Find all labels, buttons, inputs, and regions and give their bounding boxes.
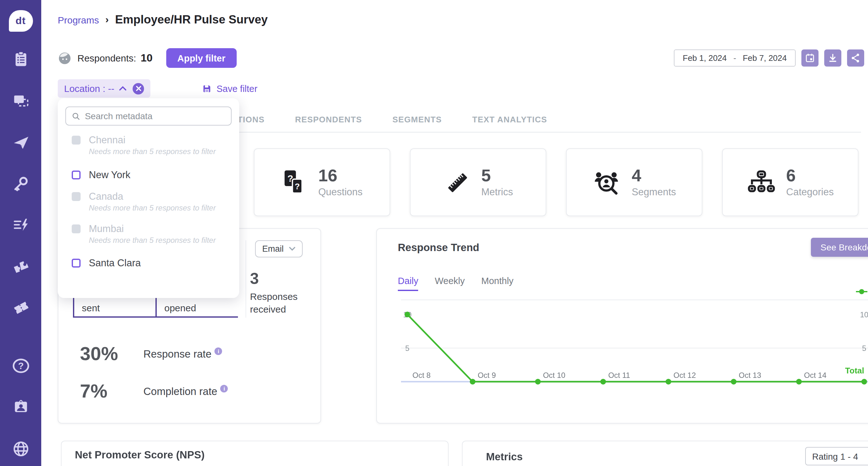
response-trend-card: Response Trend See Breakdown Daily Weekl… xyxy=(376,228,868,424)
segments-count: 4 xyxy=(632,167,676,185)
questions-label: Questions xyxy=(318,186,363,198)
completion-rate-row: 7% Completion rate i xyxy=(80,380,228,402)
breadcrumb-programs-link[interactable]: Programs xyxy=(58,14,99,25)
date-range-field[interactable]: Feb 1, 2024 - Feb 7, 2024 xyxy=(674,49,796,67)
main-content: Programs › Employee/HR Pulse Survey Resp… xyxy=(41,0,868,466)
trend-legend: Total xyxy=(856,287,868,296)
svg-text:Oct 9: Oct 9 xyxy=(478,371,496,379)
download-button[interactable] xyxy=(824,49,841,67)
chevron-up-icon[interactable] xyxy=(119,86,127,91)
option-note: Needs more than 5 responses to filter xyxy=(89,203,216,212)
responses-received-label: Responses received xyxy=(250,290,307,316)
metrics-card: 5 Metrics xyxy=(410,148,546,216)
response-rate-value: 30% xyxy=(80,343,144,365)
svg-text:?: ? xyxy=(18,361,24,371)
ruler-icon xyxy=(443,168,471,196)
questions-count: 16 xyxy=(318,167,363,185)
option-chennai[interactable]: Chennai Needs more than 5 responses to f… xyxy=(65,134,231,156)
location-filter-chip[interactable]: Location : -- xyxy=(58,79,150,98)
location-filter-dropdown: Chennai Needs more than 5 responses to f… xyxy=(58,98,239,298)
trend-tab-monthly[interactable]: Monthly xyxy=(481,276,514,291)
svg-text:10: 10 xyxy=(860,310,868,319)
completion-rate-value: 7% xyxy=(80,380,144,402)
sidebar-item-surveys[interactable] xyxy=(12,51,29,68)
sidebar-item-integrations[interactable] xyxy=(11,257,30,274)
categories-count: 6 xyxy=(786,167,834,185)
filter-bar: Location : -- Save filter xyxy=(58,79,257,98)
app-window: dt xyxy=(0,0,868,466)
rating-select[interactable]: Rating 1 - 4 xyxy=(805,447,868,465)
key-icon xyxy=(12,175,29,192)
sidebar-item-account[interactable] xyxy=(12,398,29,415)
checkbox-new-york[interactable] xyxy=(72,171,81,179)
trend-tab-weekly[interactable]: Weekly xyxy=(435,276,465,291)
nps-card: Net Promoter Score (NPS) How likely are … xyxy=(61,441,448,466)
channel-select-value: Email xyxy=(262,244,284,254)
metadata-search-input[interactable] xyxy=(85,111,225,121)
see-breakdown-button[interactable]: See Breakdown xyxy=(811,238,868,257)
option-new-york[interactable]: New York xyxy=(65,169,231,181)
location-chip-label: Location : -- xyxy=(64,83,114,94)
option-canada[interactable]: Canada Needs more than 5 responses to fi… xyxy=(65,191,231,212)
response-rate-info-icon[interactable]: i xyxy=(215,347,222,355)
clipboard-icon xyxy=(12,51,29,68)
calendar-button[interactable] xyxy=(801,49,818,67)
windows-icon xyxy=(12,92,30,109)
svg-text:Oct 8: Oct 8 xyxy=(412,371,431,379)
sidebar-item-events[interactable] xyxy=(11,299,30,316)
channel-select[interactable]: Email xyxy=(255,240,303,257)
toolbar: Respondents: 10 Apply filter Feb 1, 2024… xyxy=(58,48,864,68)
svg-text:Oct 13: Oct 13 xyxy=(739,371,762,379)
svg-text:Oct 14: Oct 14 xyxy=(804,371,827,379)
save-filter-button[interactable]: Save filter xyxy=(202,84,257,94)
respondents-avatar-icon xyxy=(58,51,72,65)
tab-respondents[interactable]: RESPONDENTS xyxy=(295,115,362,124)
metrics-label: Metrics xyxy=(481,186,513,198)
svg-text:Oct 12: Oct 12 xyxy=(674,371,696,379)
page-title: Employee/HR Pulse Survey xyxy=(115,13,268,27)
share-button[interactable] xyxy=(847,49,864,67)
dt-logo-text: dt xyxy=(8,10,33,32)
svg-text:?: ? xyxy=(294,181,300,191)
checkbox-canada xyxy=(72,192,81,201)
tab-text-analytics[interactable]: TEXT ANALYTICS xyxy=(472,115,547,124)
option-label: Mumbai xyxy=(89,223,216,235)
sidebar-item-templates[interactable] xyxy=(12,92,30,109)
sidebar-item-actions[interactable] xyxy=(12,216,30,233)
completion-rate-info-icon[interactable]: i xyxy=(220,385,228,393)
respondents-label: Respondents: xyxy=(78,53,136,63)
option-mumbai[interactable]: Mumbai Needs more than 5 responses to fi… xyxy=(65,223,231,245)
metadata-search[interactable] xyxy=(65,106,231,126)
checkbox-santa-clara[interactable] xyxy=(72,259,81,268)
search-icon xyxy=(72,111,80,121)
calendar-icon xyxy=(805,53,815,63)
sidebar-item-distribute[interactable] xyxy=(12,134,30,152)
response-rate-row: 30% Response rate i xyxy=(80,343,222,365)
questions-card: ? ? 16 Questions xyxy=(254,148,390,216)
tab-segments[interactable]: SEGMENTS xyxy=(393,115,442,124)
sidebar-item-help[interactable]: ? xyxy=(12,357,30,375)
chevron-down-icon xyxy=(289,246,296,251)
trend-interval-tabs: Daily Weekly Monthly xyxy=(398,276,514,291)
option-label: Canada xyxy=(89,191,216,202)
sidebar-item-language[interactable] xyxy=(12,440,30,458)
trend-tab-daily[interactable]: Daily xyxy=(398,276,418,291)
sidebar-item-access[interactable] xyxy=(12,175,29,192)
save-filter-label: Save filter xyxy=(216,84,257,94)
svg-text:5: 5 xyxy=(862,344,866,353)
response-trend-chart: 551010Oct 8Oct 9Oct 10Oct 11Oct 12Oct 13… xyxy=(396,297,868,402)
apply-filter-button[interactable]: Apply filter xyxy=(166,48,237,68)
option-note: Needs more than 5 responses to filter xyxy=(89,236,216,245)
question-cards-icon: ? ? xyxy=(281,168,308,196)
dt-logo[interactable]: dt xyxy=(8,10,33,32)
metrics-section-title: Metrics xyxy=(486,451,523,463)
nps-title: Net Promoter Score (NPS) xyxy=(75,449,448,461)
segments-card: 4 Segments xyxy=(566,148,703,216)
completion-rate-label: Completion rate xyxy=(144,385,217,397)
option-santa-clara[interactable]: Santa Clara xyxy=(65,257,231,269)
remove-filter-icon[interactable] xyxy=(133,83,144,94)
metrics-count: 5 xyxy=(481,167,513,185)
categories-label: Categories xyxy=(786,186,834,198)
responses-received-value: 3 xyxy=(250,269,307,288)
option-label: Santa Clara xyxy=(89,257,141,269)
